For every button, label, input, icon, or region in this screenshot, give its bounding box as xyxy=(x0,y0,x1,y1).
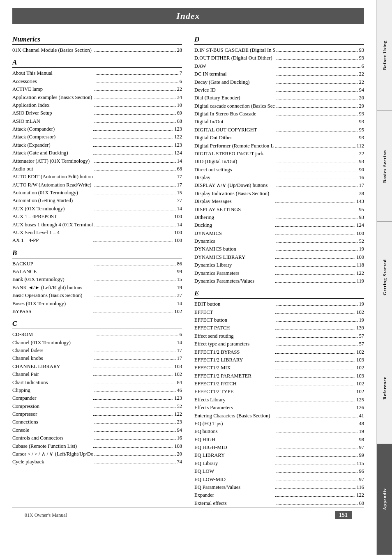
entry-page: 7 xyxy=(180,69,182,77)
entry-page: 93 xyxy=(359,110,364,118)
entry-dots xyxy=(277,131,357,131)
entry-page: 84 xyxy=(177,379,182,387)
index-entry: Device ID94 xyxy=(194,86,364,94)
index-entry: D.IN ST-BUS CASCADE (Digital In Stereo B… xyxy=(194,46,364,54)
entry-dots xyxy=(95,423,175,424)
index-entry: Cycle playback74 xyxy=(12,458,182,466)
entry-label: Accessories xyxy=(12,78,95,85)
index-entry: Dynamics Parameters/Values119 xyxy=(194,277,364,285)
section-header-c: C xyxy=(12,320,182,329)
index-entry: DISPLAY SETTINGS95 xyxy=(194,206,364,214)
entry-label: EQ HIGH xyxy=(194,436,275,444)
entry-label: DYNAMICS xyxy=(194,230,274,237)
entry-page: 23 xyxy=(177,418,182,426)
section-header-b: B xyxy=(12,249,182,258)
entry-dots xyxy=(95,178,175,178)
entry-label: BACKUP xyxy=(12,260,93,268)
page-footer: 01X Owner's Manual 151 xyxy=(12,507,364,523)
entry-dots xyxy=(95,305,175,305)
index-entry: Ducking124 xyxy=(194,221,364,229)
sidebar-tab-appendix[interactable]: Appendix xyxy=(377,444,392,555)
index-entry: DIGITAL STEREO IN/OUT jack22 xyxy=(194,150,364,158)
index-entry: EQ LOW96 xyxy=(194,467,364,475)
entry-page: 100 xyxy=(356,230,364,237)
index-entry: EQ HIGH-MID97 xyxy=(194,444,364,451)
index-entry: EQ HIGH98 xyxy=(194,436,364,444)
columns-wrapper: Numerics01X Channel Module (Basics Secti… xyxy=(12,31,364,507)
entry-dots xyxy=(95,408,175,408)
entry-label: 01X Channel Module (Basics Section) xyxy=(12,46,93,54)
entry-dots xyxy=(275,274,355,275)
entry-dots xyxy=(96,74,178,75)
entry-label: Effects Library xyxy=(194,396,274,404)
index-entry: EFFECT1/2 PARAMETER103 xyxy=(194,372,364,380)
entry-page: 102 xyxy=(356,309,364,316)
index-entry: ACTIVE lamp22 xyxy=(12,85,182,93)
index-entry: DAW6 xyxy=(194,62,364,70)
entry-label: Compander xyxy=(12,394,92,402)
entry-label: CD-ROM xyxy=(12,331,95,339)
index-entry: EFFECT1/2 BYPASS102 xyxy=(194,348,364,356)
entry-dots xyxy=(277,107,357,108)
entry-label: EDIT button xyxy=(194,300,275,308)
entry-dots xyxy=(95,114,175,115)
index-entry: Compression52 xyxy=(12,403,182,410)
entry-dots xyxy=(275,147,355,147)
entry-dots xyxy=(275,235,355,235)
sidebar-tab-basics-section[interactable]: Basics Section xyxy=(377,111,392,222)
entry-dots xyxy=(95,289,175,289)
entry-dots xyxy=(277,91,357,92)
index-entry: Channel (01X Terminology)14 xyxy=(12,339,182,347)
entry-label: AUX buses 1 through 4 (01X Terminology) xyxy=(12,221,93,229)
sidebar-tab-reference[interactable]: Reference xyxy=(377,333,392,444)
entry-dots xyxy=(277,99,357,99)
index-entry: 01X Channel Module (Basics Section)28 xyxy=(12,46,182,54)
index-entry: EQ Parameters/Values116 xyxy=(194,484,364,491)
entry-label: Controls and Connectors xyxy=(12,434,93,442)
entry-page: 19 xyxy=(359,245,364,253)
entry-label: Bank (01X Terminology) xyxy=(12,276,93,283)
column-left: Numerics01X Channel Module (Basics Secti… xyxy=(12,31,182,507)
entry-dots xyxy=(277,123,357,123)
entry-page: 116 xyxy=(357,484,364,491)
entry-label: CHANNEL LIBRARY xyxy=(12,363,92,371)
index-entry: Attenuator (ATT) (01X Terminology)14 xyxy=(12,157,182,165)
entry-dots xyxy=(277,75,357,76)
index-entry: ASIO Driver Setup69 xyxy=(12,109,182,117)
index-entry: DC IN terminal22 xyxy=(194,70,364,78)
index-entry: DIGITAL OUT COPYRIGHT95 xyxy=(194,126,364,134)
index-entry: EQ Library115 xyxy=(194,460,364,467)
entry-dots xyxy=(275,266,355,267)
entry-page: 22 xyxy=(359,70,364,78)
entry-dots xyxy=(275,282,355,283)
entry-label: Audio out xyxy=(12,165,93,173)
entry-page: 17 xyxy=(177,347,182,355)
index-entry: Connections23 xyxy=(12,418,182,426)
index-entry: AUX (01X Terminology)14 xyxy=(12,205,182,213)
main-content: Index Numerics01X Channel Module (Basics… xyxy=(0,0,376,555)
entry-label: EQ Library xyxy=(194,460,274,467)
index-entry: Automation (Getting Started)77 xyxy=(12,197,182,205)
index-entry: AUX 1 – 4PREPOST100 xyxy=(12,213,182,221)
index-entry: EFFECT102 xyxy=(194,309,364,316)
index-entry: Chart Indications84 xyxy=(12,379,182,387)
entry-label: External effects xyxy=(194,500,275,507)
index-entry: EFFECT1/2 PATCH102 xyxy=(194,380,364,388)
entry-dots xyxy=(277,163,357,163)
sidebar-tab-before-using[interactable]: Before Using xyxy=(377,0,392,111)
entry-label: ACTIVE lamp xyxy=(12,85,93,93)
index-entry: Channel Pair102 xyxy=(12,371,182,378)
page-container: Index Numerics01X Channel Module (Basics… xyxy=(0,0,392,555)
index-entry: Buses (01X Terminology)14 xyxy=(12,300,182,308)
entry-label: Ducking xyxy=(194,221,274,229)
entry-label: EFFECT1/2 PARAMETER xyxy=(194,372,274,380)
entry-dots xyxy=(275,369,355,369)
entry-page: 60 xyxy=(359,500,364,507)
entry-page: 28 xyxy=(177,46,182,54)
index-entry: EFFECT1/2 LIBRARY103 xyxy=(194,356,364,364)
entry-label: EQ LOW xyxy=(194,467,275,475)
entry-dots xyxy=(275,409,355,409)
entry-page: 124 xyxy=(356,221,364,229)
entry-dots xyxy=(277,179,357,179)
sidebar-tab-getting-started[interactable]: Getting Started xyxy=(377,222,392,333)
